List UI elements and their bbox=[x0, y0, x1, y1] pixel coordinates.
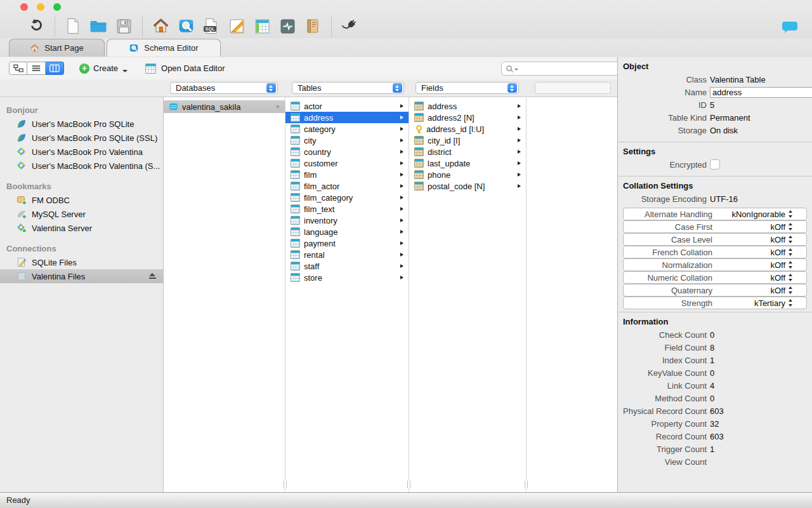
tab-schema-editor[interactable]: Schema Editor bbox=[107, 39, 221, 57]
sidebar-item-fm-odbc[interactable]: FM ODBC bbox=[0, 193, 163, 207]
disclosure-arrow-icon[interactable] bbox=[400, 230, 403, 234]
column-view-button[interactable] bbox=[46, 62, 64, 75]
table-row[interactable]: customer bbox=[285, 157, 409, 169]
collation-value[interactable]: kOff bbox=[770, 273, 794, 283]
table-row[interactable]: category bbox=[285, 123, 409, 135]
collation-value[interactable]: UTF-16 bbox=[710, 194, 738, 204]
table-row[interactable]: film_category bbox=[285, 192, 409, 203]
field-row[interactable]: address_id [I:U] bbox=[409, 123, 526, 135]
dropdown-arrows-icon[interactable] bbox=[788, 210, 794, 218]
table-row[interactable]: actor bbox=[285, 100, 409, 112]
sidebar-item-sqlite-files[interactable]: SQLite Files bbox=[0, 255, 163, 269]
collation-value[interactable]: kNonIgnorable bbox=[731, 210, 794, 219]
sidebar-item-macbook-sqlite-ssl[interactable]: User's MacBook Pro SQLite (SSL) bbox=[0, 131, 163, 145]
collation-value[interactable]: kOff bbox=[770, 222, 794, 232]
disclosure-arrow-icon[interactable] bbox=[400, 161, 403, 165]
disclosure-arrow-icon[interactable] bbox=[400, 218, 403, 222]
sidebar-item-mysql-server[interactable]: MySQL Server bbox=[0, 207, 163, 221]
table-row[interactable]: film_actor bbox=[285, 180, 409, 192]
eject-icon[interactable] bbox=[149, 273, 156, 279]
zoom-window-button[interactable] bbox=[53, 3, 61, 11]
field-row[interactable]: city_id [I] bbox=[409, 135, 526, 146]
table-row[interactable]: country bbox=[285, 146, 409, 157]
diagnostics-button[interactable] bbox=[278, 17, 297, 36]
table-row[interactable]: staff bbox=[285, 260, 409, 272]
disclosure-arrow-icon[interactable] bbox=[518, 104, 521, 108]
dropdown-arrows-icon[interactable] bbox=[788, 299, 794, 307]
table-row[interactable]: language bbox=[285, 226, 409, 237]
open-database-button[interactable] bbox=[89, 17, 108, 36]
disclosure-arrow-icon[interactable] bbox=[400, 116, 403, 119]
tables-filter-dropdown[interactable]: Tables bbox=[292, 82, 404, 94]
field-row[interactable]: address2 [N] bbox=[409, 112, 526, 123]
disclosure-arrow-icon[interactable] bbox=[400, 138, 403, 142]
disclosure-arrow-icon[interactable] bbox=[400, 241, 403, 245]
table-row[interactable]: city bbox=[285, 135, 409, 146]
data-editor-button[interactable] bbox=[252, 17, 272, 36]
search-input[interactable] bbox=[519, 64, 620, 74]
disclosure-arrow-icon[interactable] bbox=[400, 150, 403, 154]
connect-button[interactable] bbox=[340, 17, 359, 36]
collation-value[interactable]: kTertiary bbox=[754, 298, 794, 308]
table-row[interactable]: film_text bbox=[285, 203, 409, 215]
field-row[interactable]: postal_code [N] bbox=[409, 180, 526, 192]
table-row[interactable]: store bbox=[285, 272, 409, 283]
close-window-button[interactable] bbox=[20, 3, 28, 11]
collation-value[interactable]: kOff bbox=[770, 286, 794, 295]
fields-filter-dropdown[interactable]: Fields bbox=[416, 82, 519, 94]
open-data-editor-button[interactable]: Open Data Editor bbox=[145, 64, 225, 74]
sidebar-item-valentina-server[interactable]: Valentina Server bbox=[0, 221, 163, 235]
disclosure-arrow-icon[interactable] bbox=[400, 264, 403, 268]
tab-start-page[interactable]: Start Page bbox=[9, 39, 105, 57]
sidebar-item-valentina-files[interactable]: Valentina Files bbox=[0, 269, 163, 283]
disclosure-arrow-icon[interactable] bbox=[518, 173, 521, 177]
dropdown-arrows-icon[interactable] bbox=[788, 248, 794, 256]
disclosure-arrow-icon[interactable] bbox=[518, 127, 521, 131]
name-input[interactable] bbox=[710, 87, 812, 98]
encrypted-checkbox[interactable] bbox=[710, 159, 720, 170]
disclosure-arrow-icon[interactable] bbox=[400, 104, 403, 108]
field-row[interactable]: phone bbox=[409, 169, 526, 180]
table-row[interactable]: inventory bbox=[285, 215, 409, 226]
disclosure-arrow-icon[interactable] bbox=[518, 161, 521, 165]
dropdown-arrows-icon[interactable] bbox=[788, 261, 794, 269]
dropdown-arrows-icon[interactable] bbox=[788, 274, 794, 281]
log-button[interactable] bbox=[303, 17, 322, 36]
field-row[interactable]: last_update bbox=[409, 157, 526, 169]
table-row[interactable]: address bbox=[285, 112, 409, 123]
disclosure-arrow-icon[interactable] bbox=[277, 105, 280, 109]
disclosure-arrow-icon[interactable] bbox=[400, 196, 403, 199]
search-options-caret-icon[interactable] bbox=[514, 69, 518, 70]
minimize-window-button[interactable] bbox=[37, 3, 44, 11]
sidebar-item-macbook-valentina[interactable]: User's MacBook Pro Valentina bbox=[0, 145, 163, 159]
column-resize-handle[interactable] bbox=[525, 481, 528, 488]
field-row[interactable]: address bbox=[409, 100, 526, 112]
column-resize-handle[interactable] bbox=[407, 481, 410, 488]
save-button[interactable] bbox=[114, 17, 133, 36]
list-view-button[interactable] bbox=[27, 62, 46, 75]
create-button[interactable]: Create bbox=[79, 64, 128, 74]
table-row[interactable]: rental bbox=[285, 249, 409, 260]
start-page-button[interactable] bbox=[151, 17, 170, 36]
disclosure-arrow-icon[interactable] bbox=[400, 127, 403, 131]
disclosure-arrow-icon[interactable] bbox=[518, 138, 521, 142]
sidebar-item-macbook-sqlite[interactable]: User's MacBook Pro SQLite bbox=[0, 117, 163, 131]
collation-value[interactable]: kOff bbox=[770, 235, 794, 244]
database-row[interactable]: valentina_sakila bbox=[164, 100, 285, 113]
disclosure-arrow-icon[interactable] bbox=[518, 116, 521, 119]
databases-filter-dropdown[interactable]: Databases bbox=[170, 82, 278, 94]
dropdown-arrows-icon[interactable] bbox=[788, 286, 794, 294]
table-row[interactable]: payment bbox=[285, 237, 409, 249]
sidebar-item-macbook-valentina-ssl[interactable]: User's MacBook Pro Valentina (S... bbox=[0, 159, 163, 173]
disclosure-arrow-icon[interactable] bbox=[400, 207, 403, 211]
dropdown-arrows-icon[interactable] bbox=[788, 236, 794, 243]
collation-value[interactable]: kOff bbox=[770, 260, 794, 270]
diagram-editor-button[interactable] bbox=[227, 17, 246, 36]
table-row[interactable]: film bbox=[285, 169, 409, 180]
column-resize-handle[interactable] bbox=[284, 481, 287, 488]
collation-value[interactable]: kOff bbox=[770, 248, 794, 257]
new-document-button[interactable] bbox=[63, 17, 82, 36]
disclosure-arrow-icon[interactable] bbox=[400, 276, 403, 279]
feedback-button[interactable] bbox=[782, 21, 798, 34]
disclosure-arrow-icon[interactable] bbox=[400, 173, 403, 177]
